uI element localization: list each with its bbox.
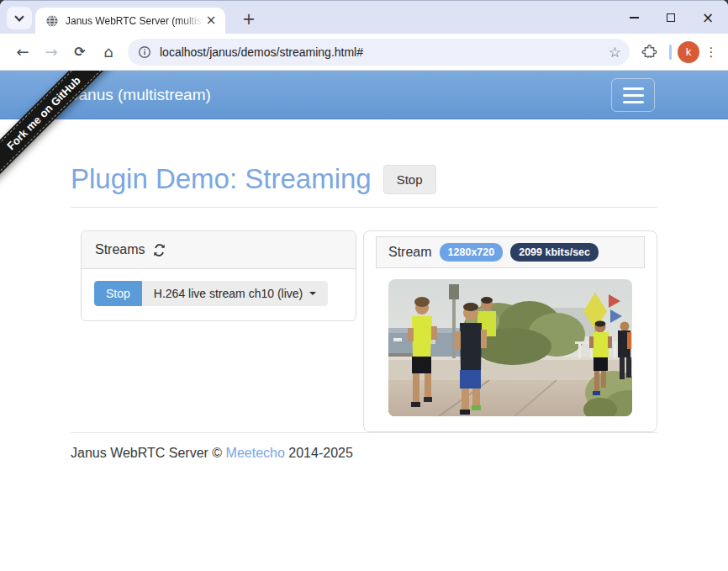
browser-window: Janus WebRTC Server (multistre × + × ← →… [0,0,728,571]
browser-menu-button[interactable]: ⋮ [703,45,720,60]
chevron-down-icon [14,12,24,21]
github-ribbon-link[interactable]: Fork me on GitHub [0,71,141,211]
stop-stream-button[interactable]: Stop [94,281,142,306]
streams-panel-body: Stop H.264 live stream ch10 (live) [82,269,356,320]
stream-panel: Stream 1280x720 2099 kbits/sec [363,230,657,432]
reload-icon: ⟳ [74,45,85,59]
panels-row: Streams Stop H.264 live stream ch10 (liv… [0,230,728,432]
stream-panel-title: Stream [388,245,432,260]
close-window-button[interactable]: × [689,1,726,34]
toolbar-divider [669,45,672,60]
address-bar[interactable]: localhost/janus/demos/streaming.html# ☆ [128,39,630,66]
navbar-toggle-button[interactable] [611,78,655,112]
selected-stream-label: H.264 live stream ch10 (live) [154,287,303,300]
back-icon: ← [16,45,29,60]
tab-search-button[interactable] [7,7,32,29]
site-info-icon[interactable] [138,45,151,59]
footer-prefix: Janus WebRTC Server © [71,446,226,460]
browser-toolbar: ← → ⟳ ⌂ localhost/janus/demos/streaming.… [0,34,728,71]
home-button[interactable]: ⌂ [94,38,123,66]
streaming-video[interactable] [388,279,632,416]
streams-panel-title: Streams [95,242,145,257]
close-window-icon: × [702,11,714,25]
hamburger-icon [623,87,644,90]
forward-button[interactable]: → [37,38,66,66]
refresh-streams-button[interactable] [153,244,166,256]
github-ribbon-wrap: Fork me on GitHub [0,71,143,214]
globe-favicon-icon [45,14,59,28]
footer-text: Janus WebRTC Server © Meetecho 2014-2025 [71,446,657,461]
footer-suffix: 2014-2025 [285,446,353,460]
maximize-button[interactable] [652,1,689,34]
page-content: Janus (multistream) Fork me on GitHub Pl… [0,71,728,570]
stream-controls: Stop H.264 live stream ch10 (live) [94,281,328,306]
title-divider [71,207,657,208]
reload-button[interactable]: ⟳ [66,38,94,66]
new-tab-button[interactable]: + [238,8,260,29]
streams-panel-header: Streams [82,231,356,269]
back-button[interactable]: ← [8,38,37,66]
profile-avatar[interactable]: k [678,41,699,63]
bookmark-star-icon[interactable]: ☆ [609,44,621,61]
maximize-icon [667,13,675,22]
footer-divider [71,432,657,433]
streams-panel: Streams Stop H.264 live stream ch10 (liv… [81,230,356,321]
active-tab[interactable]: Janus WebRTC Server (multistre × [35,8,225,34]
resolution-badge: 1280x720 [440,243,504,262]
home-icon: ⌂ [103,45,113,60]
video-frame [388,279,632,416]
window-controls: × [615,1,726,34]
tab-strip: Janus WebRTC Server (multistre × + × [0,0,728,34]
tab-title: Janus WebRTC Server (multistre [66,15,203,27]
refresh-icon [153,244,166,256]
stream-panel-header: Stream 1280x720 2099 kbits/sec [376,236,645,268]
stop-demo-button[interactable]: Stop [383,165,436,194]
close-tab-icon[interactable]: × [203,13,219,29]
puzzle-icon [641,44,657,60]
meetecho-link[interactable]: Meetecho [226,446,285,460]
minimize-icon [630,17,639,19]
forward-icon: → [45,45,57,60]
url-text: localhost/janus/demos/streaming.html# [160,45,609,59]
title-row: Plugin Demo: Streaming Stop [71,163,657,195]
extensions-button[interactable] [635,38,663,66]
stream-select-dropdown[interactable]: H.264 live stream ch10 (live) [142,281,328,306]
minimize-button[interactable] [615,1,652,34]
caret-down-icon [309,292,316,295]
bitrate-badge: 2099 kbits/sec [510,243,599,262]
